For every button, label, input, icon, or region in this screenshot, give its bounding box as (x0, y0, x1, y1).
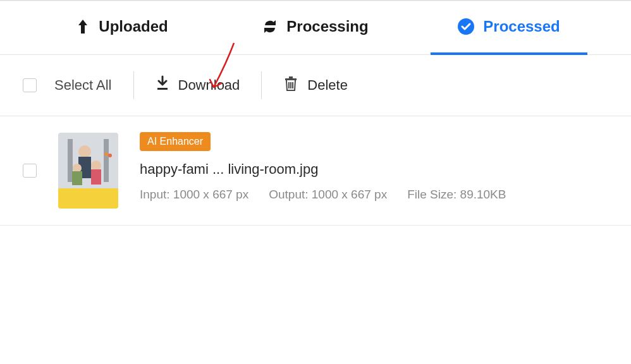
delete-button[interactable]: Delete (283, 75, 348, 95)
svg-point-11 (78, 145, 91, 158)
download-icon (156, 75, 169, 95)
file-size: File Size: 89.10KB (407, 188, 506, 202)
enhancement-badge: AI Enhancer (140, 132, 211, 151)
file-thumbnail[interactable] (58, 133, 118, 209)
input-dimensions: Input: 1000 x 667 px (140, 188, 248, 202)
svg-rect-10 (104, 139, 109, 182)
svg-rect-2 (285, 78, 297, 80)
file-row: AI Enhancer happy-fami ... living-room.j… (0, 116, 631, 226)
tab-processed-label: Processed (483, 18, 560, 35)
file-checkbox[interactable] (23, 164, 37, 178)
divider (133, 71, 134, 99)
upload-icon (76, 18, 90, 35)
download-button[interactable]: Download (156, 75, 240, 95)
svg-point-17 (104, 152, 108, 156)
svg-rect-8 (58, 188, 118, 209)
tab-processing-label: Processing (286, 18, 368, 35)
select-all-checkbox[interactable] (23, 78, 37, 92)
svg-rect-9 (68, 139, 73, 182)
trash-icon (283, 75, 298, 95)
tabs-bar: Uploaded Processing Processed (0, 1, 631, 55)
tab-uploaded[interactable]: Uploaded (25, 13, 219, 54)
file-name: happy-fami ... living-room.jpg (140, 161, 506, 178)
output-dimensions: Output: 1000 x 667 px (269, 188, 387, 202)
svg-rect-3 (289, 76, 293, 78)
svg-rect-16 (72, 171, 82, 185)
file-meta: Input: 1000 x 667 px Output: 1000 x 667 … (140, 188, 506, 202)
refresh-icon (262, 19, 278, 34)
tab-processing[interactable]: Processing (219, 13, 412, 54)
download-label: Download (178, 77, 240, 94)
tab-processed[interactable]: Processed (412, 13, 606, 54)
svg-point-13 (91, 161, 101, 171)
divider (261, 71, 262, 99)
svg-point-15 (73, 164, 82, 173)
svg-point-18 (108, 154, 112, 157)
tab-uploaded-label: Uploaded (99, 18, 168, 35)
select-all-label: Select All (54, 77, 112, 94)
svg-rect-1 (157, 88, 168, 90)
check-circle-icon (458, 18, 474, 35)
delete-label: Delete (307, 77, 348, 94)
toolbar: Select All Download Delete (0, 55, 631, 116)
file-info: AI Enhancer happy-fami ... living-room.j… (140, 132, 506, 202)
svg-rect-14 (91, 169, 101, 185)
